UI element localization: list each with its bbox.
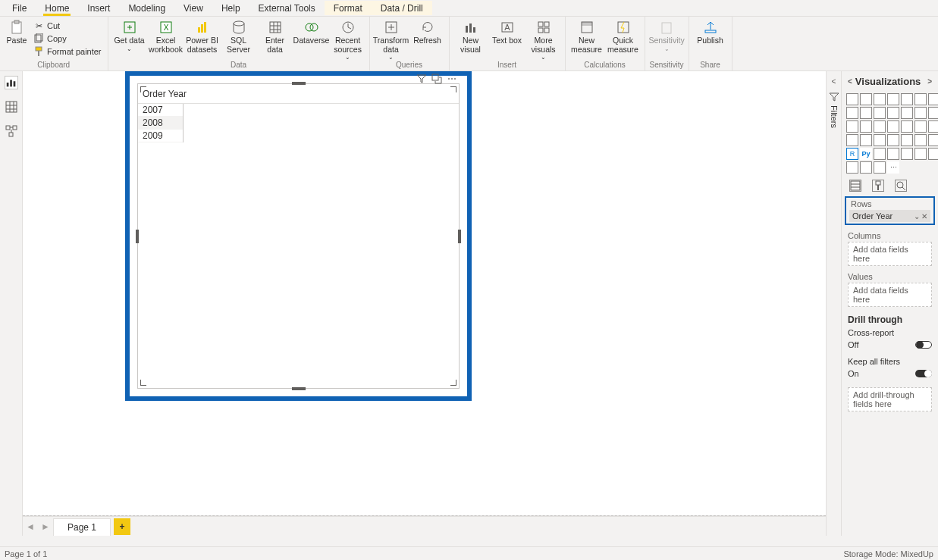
tab-format[interactable]: Format [325, 1, 372, 15]
format-tab-icon[interactable] [872, 180, 884, 192]
sensitivity-button[interactable]: Sensitivity⌄ [650, 18, 683, 52]
enter-data-button[interactable]: Enter data [259, 18, 292, 54]
viz-clustered-bar[interactable] [874, 93, 886, 105]
refresh-button[interactable]: Refresh [411, 18, 444, 45]
transform-data-button[interactable]: Transform data⌄ [375, 18, 408, 61]
viz-more[interactable]: ⋯ [887, 161, 899, 174]
table-row[interactable]: 2009 [138, 130, 183, 142]
more-visuals-button[interactable]: More visuals⌄ [527, 18, 560, 61]
viz-gauge[interactable] [846, 134, 858, 146]
analytics-tab-icon[interactable] [895, 180, 907, 192]
viz-automate[interactable] [874, 161, 886, 174]
viz-filled-map[interactable] [914, 120, 927, 133]
viz-funnel[interactable] [928, 107, 938, 119]
new-visual-button[interactable]: New visual [454, 18, 488, 54]
viz-line-clustered[interactable] [887, 107, 899, 119]
viz-waterfall[interactable] [914, 107, 927, 119]
table-row[interactable]: 2008 [138, 117, 183, 130]
viz-kpi[interactable] [887, 134, 899, 146]
viz-line-stacked[interactable] [874, 107, 886, 119]
viz-100-bar[interactable] [901, 93, 913, 105]
viz-r[interactable]: R [846, 148, 858, 160]
viz-decomp[interactable] [887, 148, 899, 160]
viz-stacked-column[interactable] [860, 93, 872, 105]
viz-slicer[interactable] [901, 134, 913, 146]
powerbi-datasets-button[interactable]: Power BI datasets [186, 18, 219, 54]
viz-matrix[interactable] [928, 134, 938, 146]
viz-100-column[interactable] [914, 93, 927, 105]
viz-scatter[interactable] [846, 120, 858, 133]
tab-modeling[interactable]: Modeling [119, 1, 174, 15]
recent-sources-button[interactable]: Recent sources⌄ [331, 18, 365, 61]
more-options-icon[interactable]: ⋯ [447, 74, 457, 84]
values-well[interactable]: Add data fields here [848, 283, 932, 307]
viz-qa[interactable] [901, 148, 913, 160]
rows-field-chip[interactable]: Order Year ⌄✕ [849, 210, 930, 222]
viz-arcgis[interactable] [846, 161, 858, 174]
cross-report-toggle[interactable] [915, 341, 932, 349]
viz-line[interactable] [928, 93, 938, 105]
cut-button[interactable]: ✂Cut [32, 20, 103, 32]
page-prev[interactable]: ◄ [23, 521, 38, 532]
viz-area[interactable] [846, 107, 858, 119]
viz-shape-map[interactable] [928, 120, 938, 133]
viz-treemap[interactable] [887, 120, 899, 133]
sql-server-button[interactable]: SQL Server [222, 18, 256, 54]
viz-narrative[interactable] [914, 148, 927, 160]
tab-view[interactable]: View [174, 1, 212, 15]
viz-clustered-column[interactable] [887, 93, 899, 105]
viz-stacked-bar[interactable] [846, 93, 858, 105]
resize-r[interactable] [458, 230, 461, 243]
page-tab-1[interactable]: Page 1 [53, 518, 111, 536]
viz-paginated[interactable] [928, 148, 938, 160]
drill-through-well[interactable]: Add drill-through fields here [848, 387, 932, 411]
viz-py[interactable]: Py [860, 148, 872, 160]
expand-viz-icon[interactable]: > [927, 77, 932, 86]
viz-multi-card[interactable] [874, 134, 886, 146]
viz-donut[interactable] [874, 120, 886, 133]
filters-pane-collapsed[interactable]: < Filters [826, 71, 841, 536]
canvas[interactable]: ⋯ Order Year 2007 2008 2009 [23, 71, 826, 536]
expand-filters-icon[interactable]: < [832, 77, 836, 86]
chevron-down-icon[interactable]: ⌄ [914, 212, 920, 221]
tab-insert[interactable]: Insert [78, 1, 119, 15]
tab-file[interactable]: File [3, 1, 36, 15]
keep-filters-toggle[interactable] [915, 370, 932, 377]
table-row[interactable]: 2007 [138, 104, 183, 117]
viz-card[interactable] [860, 134, 872, 146]
copy-button[interactable]: Copy [32, 33, 103, 45]
tab-external-tools[interactable]: External Tools [249, 1, 325, 15]
filter-icon[interactable] [416, 74, 427, 84]
remove-field-icon[interactable]: ✕ [921, 212, 927, 221]
dataverse-button[interactable]: Dataverse [295, 18, 328, 45]
publish-button[interactable]: Publish [694, 18, 727, 45]
text-box-button[interactable]: AText box [491, 18, 524, 45]
resize-bl[interactable] [140, 380, 146, 386]
report-view-icon[interactable] [5, 76, 18, 89]
viz-map[interactable] [901, 120, 913, 133]
fields-tab-icon[interactable] [849, 180, 861, 192]
excel-workbook-button[interactable]: XExcel workbook [149, 18, 183, 54]
matrix-visual[interactable]: ⋯ Order Year 2007 2008 2009 [137, 83, 460, 389]
tab-home[interactable]: Home [36, 1, 78, 15]
add-page-button[interactable]: + [114, 518, 130, 535]
viz-pie[interactable] [860, 120, 872, 133]
viz-table[interactable] [914, 134, 927, 146]
tab-data-drill[interactable]: Data / Drill [372, 1, 432, 15]
new-measure-button[interactable]: New measure [570, 18, 604, 54]
columns-well[interactable]: Add data fields here [848, 242, 932, 266]
tab-help[interactable]: Help [212, 1, 249, 15]
focus-mode-icon[interactable] [431, 74, 442, 84]
page-next[interactable]: ► [38, 521, 53, 532]
viz-key-influencers[interactable] [874, 148, 886, 160]
resize-b[interactable] [292, 387, 306, 390]
resize-l[interactable] [136, 230, 139, 243]
viz-stacked-area[interactable] [860, 107, 872, 119]
quick-measure-button[interactable]: Quick measure [607, 18, 640, 54]
report-page[interactable]: ⋯ Order Year 2007 2008 2009 [23, 71, 826, 515]
data-view-icon[interactable] [5, 100, 18, 114]
format-painter-button[interactable]: Format painter [32, 45, 103, 58]
paste-button[interactable]: Paste [5, 18, 29, 45]
resize-br[interactable] [450, 380, 456, 386]
get-data-button[interactable]: Get data⌄ [113, 18, 146, 52]
